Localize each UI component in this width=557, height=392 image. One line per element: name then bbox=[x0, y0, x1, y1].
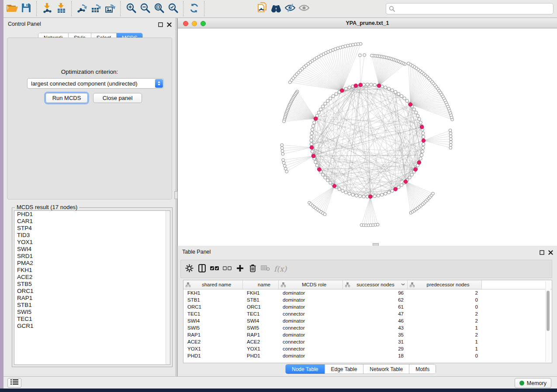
network-node[interactable] bbox=[344, 87, 347, 90]
table-cell[interactable]: dominator bbox=[279, 332, 343, 337]
table-cell[interactable]: 61 bbox=[343, 304, 408, 309]
column-header[interactable]: name bbox=[243, 280, 279, 289]
table-cell[interactable]: YOX1 bbox=[183, 346, 243, 351]
table-cell[interactable]: 31 bbox=[343, 339, 408, 344]
zoom-out-button[interactable] bbox=[138, 2, 152, 16]
table-cell[interactable]: 46 bbox=[343, 318, 408, 323]
network-node[interactable] bbox=[313, 121, 316, 124]
table-cell[interactable]: ACE2 bbox=[183, 339, 243, 344]
network-node[interactable] bbox=[377, 194, 380, 197]
network-hub-node[interactable] bbox=[332, 184, 336, 188]
network-node[interactable] bbox=[281, 150, 284, 153]
network-hub-node[interactable] bbox=[318, 168, 322, 172]
network-node[interactable] bbox=[363, 54, 366, 57]
table-row[interactable]: FKH1FKH1dominator962 bbox=[183, 289, 552, 296]
network-node[interactable] bbox=[329, 181, 332, 184]
network-node[interactable] bbox=[394, 90, 397, 93]
table-cell[interactable]: FKH1 bbox=[243, 290, 279, 296]
table-cell[interactable]: SWI4 bbox=[183, 318, 243, 323]
network-node[interactable] bbox=[329, 97, 332, 100]
network-node[interactable] bbox=[288, 81, 291, 84]
network-node[interactable] bbox=[359, 54, 362, 57]
network-node[interactable] bbox=[432, 192, 435, 195]
mcds-result-item[interactable]: PMA2 bbox=[14, 260, 170, 267]
table-cell[interactable]: ACE2 bbox=[243, 339, 279, 344]
network-hub-node[interactable] bbox=[354, 84, 358, 88]
deselect-all-button[interactable] bbox=[222, 264, 232, 274]
table-cell[interactable]: dominator bbox=[279, 290, 343, 296]
table-cell[interactable]: ORC1 bbox=[183, 304, 243, 309]
network-node[interactable] bbox=[381, 193, 384, 196]
network-node[interactable] bbox=[422, 135, 425, 138]
table-cell[interactable]: 62 bbox=[343, 297, 408, 303]
table-cell[interactable]: 2 bbox=[408, 311, 482, 316]
table-cell[interactable]: 1 bbox=[408, 346, 482, 351]
network-node[interactable] bbox=[405, 100, 408, 103]
new-network-from-selection-button[interactable] bbox=[255, 2, 269, 16]
table-cell[interactable]: 47 bbox=[343, 311, 408, 316]
table-row[interactable]: STB1STB1dominator620 bbox=[183, 296, 552, 303]
network-node[interactable] bbox=[449, 144, 452, 147]
network-node[interactable] bbox=[323, 213, 326, 216]
zoom-fit-button[interactable] bbox=[152, 2, 166, 16]
delete-columns-button[interactable] bbox=[248, 264, 257, 274]
show-graphics-details-button[interactable] bbox=[297, 2, 311, 16]
mcds-result-item[interactable]: YOX1 bbox=[14, 239, 170, 246]
network-node[interactable] bbox=[416, 114, 419, 117]
function-builder-button[interactable]: f(x) bbox=[274, 265, 287, 273]
network-hub-node[interactable] bbox=[340, 89, 344, 93]
network-node[interactable] bbox=[322, 105, 325, 108]
float-panel-icon[interactable] bbox=[158, 21, 163, 29]
network-hub-node[interactable] bbox=[377, 84, 381, 88]
table-cell[interactable]: RAP1 bbox=[183, 332, 243, 337]
table-row[interactable]: SWI4SWI4dominator462 bbox=[183, 317, 552, 324]
table-cell[interactable]: connector bbox=[279, 339, 343, 344]
search-input[interactable] bbox=[397, 5, 553, 12]
delete-table-button[interactable] bbox=[260, 264, 270, 274]
mcds-result-item[interactable]: STP4 bbox=[14, 225, 170, 232]
network-node[interactable] bbox=[362, 83, 365, 86]
table-cell[interactable]: dominator bbox=[279, 297, 343, 303]
mcds-result-item[interactable]: TID3 bbox=[14, 232, 170, 239]
network-node[interactable] bbox=[373, 83, 376, 86]
tab-node-table[interactable]: Node Table bbox=[286, 364, 325, 374]
table-row[interactable]: SWI5SWI5connector431 bbox=[183, 324, 552, 331]
chevron-down-icon[interactable] bbox=[401, 283, 405, 286]
network-hub-node[interactable] bbox=[404, 180, 408, 184]
network-node[interactable] bbox=[384, 192, 387, 195]
hide-graphics-details-button[interactable] bbox=[283, 2, 297, 16]
network-node[interactable] bbox=[359, 195, 362, 198]
select-all-button[interactable] bbox=[210, 264, 219, 274]
apply-layout-button[interactable] bbox=[187, 2, 201, 16]
network-node[interactable] bbox=[281, 152, 284, 155]
table-cell[interactable]: 2 bbox=[408, 318, 482, 323]
table-cell[interactable]: connector bbox=[279, 325, 343, 330]
table-cell[interactable]: 96 bbox=[343, 290, 408, 296]
table-cell[interactable]: YOX1 bbox=[243, 346, 279, 351]
network-node[interactable] bbox=[376, 223, 379, 226]
network-node[interactable] bbox=[280, 144, 284, 147]
network-node[interactable] bbox=[282, 158, 285, 162]
zoom-selected-button[interactable] bbox=[166, 2, 180, 16]
import-network-button[interactable] bbox=[40, 2, 54, 16]
network-hub-node[interactable] bbox=[394, 187, 398, 191]
network-node[interactable] bbox=[422, 146, 425, 149]
network-node[interactable] bbox=[324, 102, 327, 105]
tab-network-table[interactable]: Network Table bbox=[363, 364, 409, 374]
network-hub-node[interactable] bbox=[310, 145, 314, 149]
import-table-button[interactable] bbox=[54, 2, 68, 16]
network-window-titlebar[interactable]: YPA_prune.txt_1 bbox=[178, 18, 557, 28]
mcds-result-item[interactable]: TEC1 bbox=[14, 316, 170, 323]
mcds-result-list[interactable]: PHD1CAR1STP4TID3YOX1SWI4SRD1PMA2FKH1ACE2… bbox=[14, 210, 170, 365]
close-panel-button[interactable]: Close panel bbox=[93, 93, 142, 103]
column-header[interactable]: shared name bbox=[183, 280, 243, 289]
network-node[interactable] bbox=[285, 170, 288, 173]
table-cell[interactable]: 0 bbox=[408, 304, 482, 309]
network-node[interactable] bbox=[315, 164, 318, 167]
network-node[interactable] bbox=[422, 132, 425, 135]
network-node[interactable] bbox=[449, 129, 452, 132]
table-cell[interactable]: 0 bbox=[408, 297, 482, 303]
network-node[interactable] bbox=[310, 132, 313, 135]
network-node[interactable] bbox=[387, 87, 391, 90]
network-node[interactable] bbox=[419, 121, 422, 124]
